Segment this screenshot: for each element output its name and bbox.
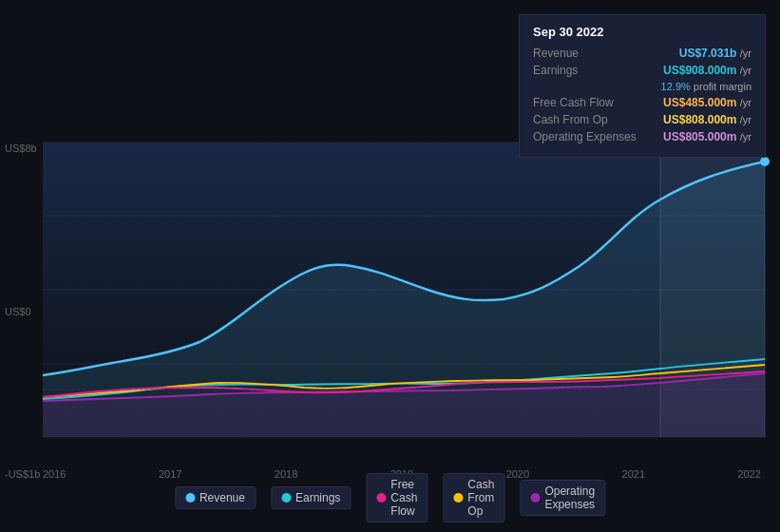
tooltip-revenue-row: Revenue US$7.031b /yr	[533, 47, 751, 60]
tooltip-panel: Sep 30 2022 Revenue US$7.031b /yr Earnin…	[519, 14, 766, 158]
tooltip-profit-margin-row: 12.9% profit margin	[533, 81, 751, 92]
tooltip-revenue-label: Revenue	[533, 47, 579, 60]
tooltip-opex-label: Operating Expenses	[533, 130, 637, 143]
tooltip-fcf-row: Free Cash Flow US$485.000m /yr	[533, 96, 751, 109]
legend-label-earnings: Earnings	[295, 491, 340, 504]
tooltip-cashop-row: Cash From Op US$808.000m /yr	[533, 113, 751, 126]
revenue-end-dot	[760, 157, 770, 166]
legend: Revenue Earnings Free Cash Flow Cash Fro…	[175, 473, 605, 522]
legend-fcf[interactable]: Free Cash Flow	[366, 473, 428, 522]
legend-dot-fcf	[376, 493, 386, 503]
legend-dot-opex	[530, 493, 540, 503]
tooltip-opex-value: US$805.000m /yr	[663, 130, 751, 143]
tooltip-opex-row: Operating Expenses US$805.000m /yr	[533, 130, 751, 143]
legend-label-fcf: Free Cash Flow	[390, 478, 417, 518]
tooltip-earnings-value: US$908.000m /yr	[663, 64, 751, 77]
chart-svg	[0, 142, 780, 480]
tooltip-date: Sep 30 2022	[533, 25, 751, 39]
legend-label-revenue: Revenue	[200, 491, 245, 504]
tooltip-fcf-label: Free Cash Flow	[533, 96, 614, 109]
x-label-2021: 2021	[622, 468, 645, 480]
chart-container: Sep 30 2022 Revenue US$7.031b /yr Earnin…	[0, 0, 780, 532]
chart-svg-area	[0, 142, 780, 480]
x-label-2016: 2016	[43, 468, 66, 480]
x-label-2022: 2022	[737, 468, 760, 480]
tooltip-earnings-row: Earnings US$908.000m /yr	[533, 64, 751, 77]
legend-label-opex: Operating Expenses	[544, 484, 595, 511]
tooltip-revenue-value: US$7.031b /yr	[679, 47, 751, 60]
tooltip-fcf-value: US$485.000m /yr	[663, 96, 751, 109]
legend-earnings[interactable]: Earnings	[271, 486, 351, 509]
tooltip-earnings-label: Earnings	[533, 64, 578, 77]
tooltip-cashop-value: US$808.000m /yr	[663, 113, 751, 126]
legend-dot-revenue	[185, 493, 195, 503]
tooltip-cashop-label: Cash From Op	[533, 113, 608, 126]
legend-label-cashop: Cash From Op	[467, 478, 494, 518]
legend-dot-earnings	[281, 493, 291, 503]
legend-opex[interactable]: Operating Expenses	[520, 480, 605, 516]
legend-revenue[interactable]: Revenue	[175, 486, 256, 509]
legend-dot-cashop	[453, 493, 463, 503]
legend-cashop[interactable]: Cash From Op	[443, 473, 504, 522]
